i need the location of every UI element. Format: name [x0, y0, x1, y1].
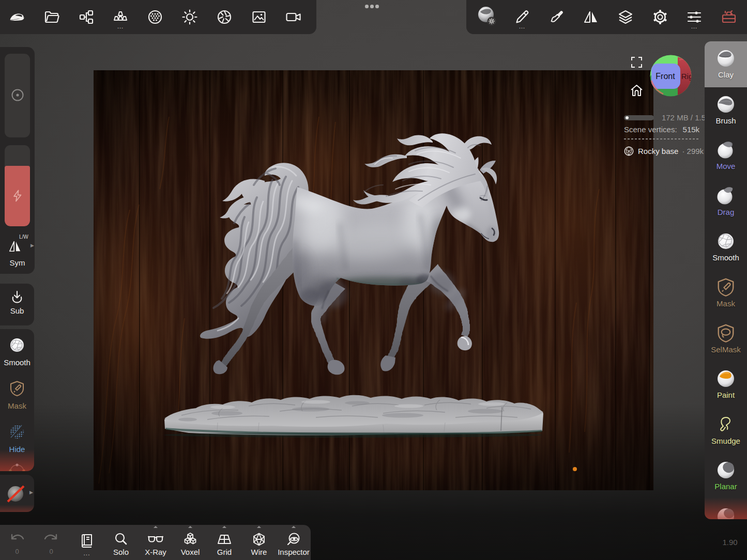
- xray-button[interactable]: X-Ray: [139, 525, 172, 560]
- matcap-button[interactable]: ▶: [0, 475, 34, 512]
- symmetry-button[interactable]: [574, 0, 607, 34]
- tool-smooth[interactable]: Smooth: [705, 224, 747, 270]
- wire-caret-icon: [257, 526, 261, 528]
- mesh-count-value: 299k: [687, 147, 704, 155]
- stroke-button[interactable]: ...: [506, 0, 539, 34]
- camera-icon: [285, 9, 302, 25]
- tool-selmask[interactable]: SelMask: [705, 316, 747, 362]
- viewport-canvas[interactable]: [94, 70, 653, 490]
- solo-button[interactable]: Solo: [104, 525, 138, 560]
- postprocess-button[interactable]: [208, 0, 241, 34]
- topology-button[interactable]: ...: [104, 0, 137, 34]
- tool-smudge-label: Smudge: [705, 437, 747, 445]
- mask-shield-icon: [9, 380, 25, 397]
- selmask-tool-icon: [716, 323, 735, 343]
- fullscreen-icon[interactable]: [631, 57, 642, 68]
- voxel-remesh-button[interactable]: [139, 0, 172, 34]
- stroke-more-dots: ...: [519, 24, 525, 29]
- inspector-icon: [286, 532, 301, 547]
- solo-icon: [114, 532, 128, 547]
- tool-brush[interactable]: Brush: [705, 87, 747, 133]
- material-sphere-icon: [476, 6, 499, 28]
- nomad-logo-button[interactable]: [1, 0, 34, 34]
- mesh-count-separator: ·: [682, 147, 684, 155]
- drag-tool-icon: [715, 185, 736, 206]
- nomad-logo-icon: [8, 8, 26, 26]
- background-image-button[interactable]: [242, 0, 276, 34]
- gizmo-partial-icon: [8, 463, 26, 471]
- left-tool-hide-label: Hide: [0, 445, 34, 454]
- inspector-button[interactable]: Inspector: [277, 525, 310, 560]
- tool-partial[interactable]: [705, 499, 747, 519]
- interface-sliders-icon: [687, 9, 702, 25]
- home-icon[interactable]: [630, 84, 644, 97]
- left-tool-shortcuts: Smooth Mask Hide: [0, 329, 34, 471]
- tool-mask-label: Mask: [705, 299, 747, 308]
- interface-button[interactable]: ...: [678, 0, 711, 34]
- top-toolbar-right: ...: [466, 0, 747, 34]
- memory-text: 172 MB / 1.5: [662, 113, 706, 122]
- top-handle-dots[interactable]: [365, 5, 379, 8]
- left-tool-smooth[interactable]: Smooth: [0, 329, 34, 372]
- tool-smooth-label: Smooth: [705, 253, 747, 262]
- mesh-row[interactable]: Rocky base · 299k: [624, 146, 706, 156]
- tool-clay[interactable]: Clay: [705, 41, 747, 87]
- scene-render: [94, 70, 653, 490]
- gizmo-front-label: Front: [655, 72, 675, 81]
- sub-icon: [10, 290, 24, 304]
- right-tool-list: Clay Brush Move Drag Smoo: [705, 41, 747, 519]
- layers-button[interactable]: [609, 0, 642, 34]
- radius-slider[interactable]: [5, 54, 30, 137]
- solo-label: Solo: [104, 548, 138, 556]
- redo-button[interactable]: 0: [35, 525, 68, 560]
- sliders-more-dots: ...: [691, 24, 697, 29]
- paint-brush-icon: [549, 9, 565, 25]
- left-tool-mask[interactable]: Mask: [0, 372, 34, 416]
- matcap-caret-icon: ▶: [29, 490, 33, 495]
- settings-gear-icon: [652, 9, 668, 25]
- camera-button[interactable]: [277, 0, 310, 34]
- intensity-slider[interactable]: [5, 145, 30, 226]
- history-button[interactable]: ...: [70, 525, 103, 560]
- debug-button[interactable]: [712, 0, 745, 34]
- wire-button[interactable]: Wire: [242, 525, 276, 560]
- symmetry-toggle[interactable]: L/W ▶ Sym: [0, 229, 35, 270]
- scene-graph-button[interactable]: [70, 0, 103, 34]
- move-tool-icon: [715, 139, 736, 160]
- stroke-pen-icon: [514, 9, 530, 25]
- left-tool-smooth-label: Smooth: [0, 358, 34, 367]
- lighting-button[interactable]: [173, 0, 206, 34]
- grid-button[interactable]: Grid: [208, 525, 241, 560]
- lighting-icon: [182, 9, 197, 25]
- orientation-gizmo[interactable]: Front Rig: [650, 55, 692, 97]
- undo-button[interactable]: 0: [1, 525, 34, 560]
- inspector-label: Inspector: [277, 548, 310, 556]
- tool-planar[interactable]: Planar: [705, 453, 747, 499]
- smooth-ball-icon: [9, 337, 25, 353]
- hide-dotted-sphere-icon: [8, 423, 26, 441]
- left-tool-hide[interactable]: Hide: [0, 416, 34, 459]
- handle-dot: [375, 5, 379, 8]
- tool-drag[interactable]: Drag: [705, 179, 747, 225]
- top-toolbar-left: ...: [0, 0, 316, 34]
- tool-move[interactable]: Move: [705, 133, 747, 179]
- tool-paint[interactable]: Paint: [705, 362, 747, 408]
- tool-smudge[interactable]: Smudge: [705, 408, 747, 454]
- sub-button[interactable]: Sub: [0, 284, 34, 325]
- left-tool-partial[interactable]: [0, 459, 34, 471]
- symmetry-icon: [583, 9, 599, 25]
- xray-glasses-icon: [148, 533, 163, 546]
- voxel-button[interactable]: Voxel: [174, 525, 207, 560]
- settings-button[interactable]: [644, 0, 677, 34]
- wire-label: Wire: [242, 548, 276, 556]
- files-button[interactable]: [35, 0, 68, 34]
- clay-tool-icon: [715, 48, 736, 69]
- grid-caret-icon: [222, 526, 226, 528]
- tool-mask[interactable]: Mask: [705, 270, 747, 316]
- vertices-label: Scene vertices:: [624, 125, 677, 134]
- paint-brush-button[interactable]: [540, 0, 573, 34]
- material-button[interactable]: [471, 0, 504, 34]
- handle-dot: [365, 5, 369, 8]
- memory-bar-dot: [626, 116, 629, 119]
- grid-icon: [217, 533, 232, 546]
